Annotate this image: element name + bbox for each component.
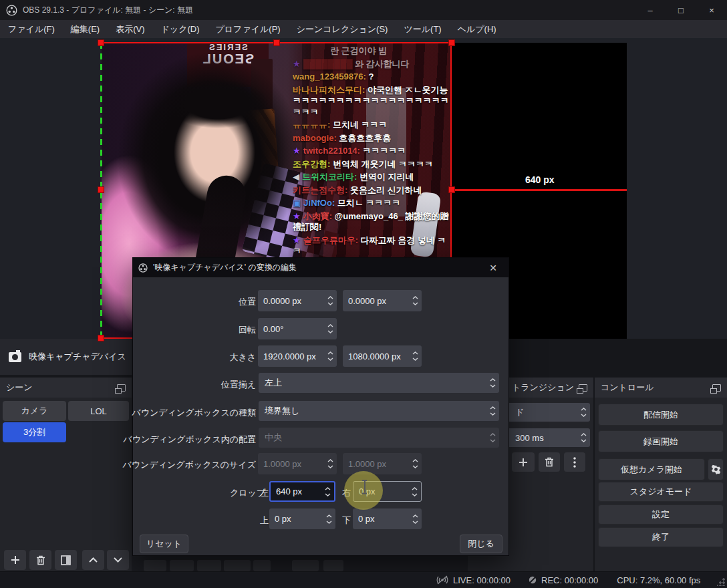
bbox-size-x-value: 1.0000 px [263,459,301,469]
filter-icon [61,555,71,565]
handle-middle-right[interactable] [448,186,455,193]
menu-help[interactable]: ヘルプ(H) [450,20,504,38]
size-x-input[interactable]: 1920.0000 px [258,345,337,367]
position-y-input[interactable]: 0.0000 px [343,290,422,311]
chat-message: ▣JiNfOo: 므치ㄴ ㅋㅋㅋㅋ [293,198,449,209]
menu-dock[interactable]: ドック(D) [153,20,208,38]
maximize-button[interactable]: □ [666,0,696,20]
chat-badge-icon: ★ [293,211,301,221]
crop-top-value: 0 px [275,514,291,524]
obs-logo-icon [138,263,148,273]
move-scene-down-button[interactable] [107,550,129,570]
chat-message: maboogie: 흐흥흐흐후흥 [293,133,449,144]
handle-middle-left[interactable] [98,186,104,193]
rotation-input[interactable]: 0.00° [258,318,337,339]
crop-left-value: 640 px [276,486,302,496]
resize-grip[interactable] [717,578,725,586]
size-y-value: 1080.0000 px [348,351,401,361]
size-label: 大きさ [229,351,256,363]
chat-message: ◀트위치코리타: 번역이 지리네 [293,172,449,183]
chat-message: ★슬프우류마우: 다짜고짜 음경 넣네 ㅋㅋ [293,235,449,257]
minimize-button[interactable]: – [635,0,666,20]
scenes-dock: シーン カメラ LOL 3分割 [0,378,132,571]
dialog-close-button[interactable]: 閉じる [460,535,502,553]
hidden-toolbar-button [292,560,319,571]
scene-button-3split[interactable]: 3分割 [3,422,66,442]
chat-overlay: 란 근검이야 빔★████████ 와 감사합니다wang_123459876:… [293,45,449,269]
source-row-video-capture[interactable]: 映像キャプチャデバイス [0,339,132,375]
start-recording-button[interactable]: 録画開始 [598,430,724,452]
bbox-align-value: 中央 [265,432,282,444]
dock-popout-icon[interactable] [117,384,126,392]
add-transition-button[interactable] [512,452,535,472]
transition-properties-button[interactable] [564,452,585,472]
chevron-down-icon [114,557,122,563]
crop-left-input[interactable]: 640 px [269,481,335,502]
position-x-input[interactable]: 0.0000 px [258,290,337,311]
cpu-status: CPU: 7.2%, 60.00 fps [617,575,700,585]
menu-bar: ファイル(F) 編集(E) 表示(V) ドック(D) プロファイル(P) シーン… [0,20,727,38]
chat-message: ㅠㅠㅠㅠ: 므치네 ㅋㅋㅋ [293,120,449,131]
sign-line1: SERIES [187,43,269,52]
settings-button[interactable]: 設定 [598,504,724,525]
menu-profile[interactable]: プロファイル(P) [207,20,288,38]
menu-view[interactable]: 表示(V) [108,20,152,38]
scene-button-lol[interactable]: LOL [68,401,129,421]
chat-badge-icon: ★ [293,146,301,156]
transform-dialog: '映像キャプチャデバイス' の変換の編集 ✕ 位置 0.0000 px 0.00… [132,257,509,556]
handle-top-center[interactable] [273,39,280,46]
gear-icon [711,464,721,474]
position-y-value: 0.0000 px [348,296,386,306]
chevron-up-icon [89,557,98,563]
chat-message: ★twitch221014: ㅋㅋㅋㅋㅋ [293,146,449,157]
sources-dock: 映像キャプチャデバイス [0,339,132,376]
dialog-title-bar[interactable]: '映像キャプチャデバイス' の変換の編集 ✕ [133,258,508,277]
transition-value: ド [515,406,524,418]
dialog-close-icon[interactable]: ✕ [483,258,503,277]
menu-tools[interactable]: ツール(T) [396,20,449,38]
studio-mode-button[interactable]: スタジオモード [598,482,724,502]
size-y-input[interactable]: 1080.0000 px [343,345,422,367]
handle-top-left[interactable] [98,39,104,46]
start-streaming-button[interactable]: 配信開始 [598,404,724,426]
chat-message: 바나나피처스무디: 야국인햄 ㅈㄴ웃기능 ㅋㅋㅋㅋㅋㅋㅋㅋㅋㅋㅋㅋㅋㅋㅋㅋㅋㅋㅋ… [293,85,449,118]
select-arrows-icon[interactable] [581,408,587,417]
hidden-toolbar-button [197,560,221,571]
hidden-toolbar-button [323,560,343,571]
bbox-type-select[interactable]: 境界無し [259,401,499,421]
chat-username: 트위치코리타: [302,172,359,182]
virtual-camera-settings-button[interactable] [708,458,724,480]
remove-transition-button[interactable] [539,452,560,472]
chat-text: 흐흥흐흐후흥 [339,133,391,143]
remove-scene-button[interactable] [29,550,51,570]
transitions-header-label: トランジション [512,382,574,394]
alignment-value: 左上 [265,377,282,389]
bbox-type-label: バウンディングボックスの種類 [132,407,256,419]
rotation-label: 回転 [239,324,256,336]
close-button[interactable]: × [696,0,727,20]
crop-bottom-input[interactable]: 0 px [353,508,422,529]
add-scene-button[interactable] [4,550,26,570]
spinner-arrows-icon[interactable] [581,433,587,442]
scene-filters-button[interactable] [55,550,77,570]
chat-message: wang_123459876: ? [293,71,449,83]
alignment-select[interactable]: 左上 [259,373,499,393]
record-inactive-icon [528,575,537,585]
handle-top-right[interactable] [448,39,455,46]
dock-popout-icon[interactable] [579,384,587,392]
menu-scene-collection[interactable]: シーンコレクション(S) [289,20,396,38]
rec-status: REC: 00:00:00 [528,575,598,585]
dock-popout-icon[interactable] [712,384,721,392]
menu-file[interactable]: ファイル(F) [0,20,63,38]
reset-button[interactable]: リセット [140,535,188,553]
scenes-header-label: シーン [6,382,33,394]
handle-bottom-left[interactable] [98,335,104,341]
start-virtual-camera-button[interactable]: 仮想カメラ開始 [598,458,705,480]
exit-button[interactable]: 終了 [598,527,724,547]
scene-button-camera[interactable]: カメラ [3,401,66,421]
crop-right-label: 右 [342,487,351,499]
crop-bottom-label: 下 [342,514,351,527]
menu-edit[interactable]: 編集(E) [63,20,108,38]
move-scene-up-button[interactable] [82,550,104,570]
crop-top-input[interactable]: 0 px [269,508,335,529]
